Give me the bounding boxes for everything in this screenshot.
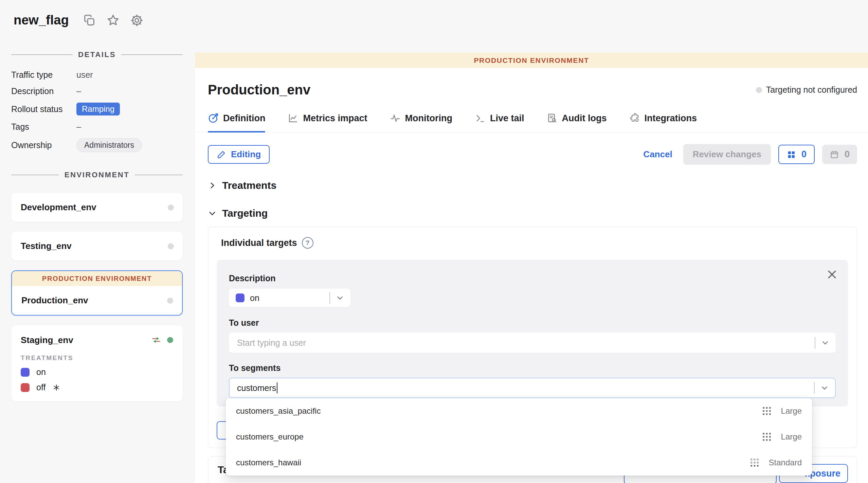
segment-option-asia-pacific[interactable]: customers_asia_pacific Large (226, 398, 812, 424)
ownership-label: Ownership (11, 140, 76, 150)
copy-icon[interactable] (83, 14, 96, 27)
env-name: Staging_env (21, 335, 73, 345)
flag-title: new_flag (14, 13, 69, 28)
chevron-down-icon (208, 209, 217, 218)
tab-label: Audit logs (562, 112, 607, 124)
env-card-production[interactable]: PRODUCTION ENVIRONMENT Production_env (11, 270, 183, 316)
to-user-input-row (229, 333, 836, 353)
segment-size: Large (781, 406, 802, 416)
treatment-on-swatch (236, 293, 245, 302)
treatment-select[interactable]: on (229, 289, 350, 307)
treatment-off-row: off (21, 382, 173, 392)
individual-target-rule: Description on To user (217, 260, 848, 407)
production-environment-banner-main: PRODUCTION ENVIRONMENT (195, 53, 868, 68)
treatments-section-toggle[interactable]: Treatments (195, 180, 868, 191)
tab-integrations[interactable]: Integrations (629, 112, 697, 132)
tab-live-tail[interactable]: Live tail (475, 112, 524, 132)
environment-heading-label: ENVIRONMENT (65, 171, 130, 179)
env-name: Testing_env (21, 241, 173, 251)
targeting-status: Targeting not configured (756, 85, 857, 95)
segment-size: Large (781, 432, 802, 442)
flag-header: new_flag (14, 13, 144, 28)
env-name: Production_env (21, 295, 173, 306)
chevron-down-icon (336, 293, 344, 302)
grid-9-dots-dotted-icon (749, 457, 760, 468)
tab-audit-logs[interactable]: Audit logs (547, 112, 607, 132)
controls-row: Editing Cancel Review changes 0 0 (195, 144, 868, 165)
env-card-testing[interactable]: Testing_env (11, 232, 183, 261)
treatment-on-row: on (21, 367, 173, 377)
tab-bar: Definition Metrics impact Monitoring Liv… (195, 112, 868, 132)
review-changes-button[interactable]: Review changes (683, 144, 771, 165)
segment-option-europe[interactable]: customers_europe Large (226, 424, 812, 450)
target-icon (208, 113, 219, 124)
production-environment-banner: PRODUCTION ENVIRONMENT (12, 271, 182, 286)
targeting-section-label: Targeting (222, 208, 268, 219)
segment-option-hawaii[interactable]: customers_hawaii Standard (226, 450, 812, 476)
tags-value: – (76, 122, 183, 132)
grid-9-dots-filled-icon (761, 406, 772, 416)
schedule-button[interactable]: 0 (822, 145, 857, 164)
tab-definition[interactable]: Definition (208, 112, 265, 132)
treatments-section-label: Treatments (222, 180, 276, 191)
swap-arrows-icon (151, 335, 162, 345)
input-divider (815, 337, 815, 348)
calendar-icon (830, 150, 839, 159)
segment-size: Standard (769, 458, 802, 467)
puzzle-icon (629, 113, 640, 124)
targeting-section-toggle[interactable]: Targeting (195, 208, 868, 219)
rollout-status-label: Rollout status (11, 104, 76, 114)
details-list: Traffic type user Description – Rollout … (11, 70, 183, 152)
environment-heading: ENVIRONMENT (11, 171, 183, 179)
treatment-on-label: on (36, 367, 46, 377)
grid-icon (786, 150, 796, 159)
chevron-down-icon[interactable] (821, 338, 830, 347)
tab-label: Live tail (490, 112, 524, 124)
terminal-icon (475, 113, 486, 124)
segment-name: customers_hawaii (236, 458, 301, 467)
env-status-dot-active (167, 337, 173, 343)
schedule-count: 0 (845, 149, 850, 160)
description-label: Description (11, 86, 76, 96)
chart-icon (288, 113, 299, 124)
env-card-staging[interactable]: Staging_env TREATMENTS on off (11, 325, 183, 401)
tab-monitoring[interactable]: Monitoring (390, 112, 452, 132)
to-segments-label: To segments (229, 363, 836, 373)
star-icon[interactable] (106, 14, 120, 27)
tab-label: Integrations (645, 112, 697, 124)
grid-9-dots-filled-icon (761, 431, 772, 442)
segments-dropdown: customers_asia_pacific Large customers_e… (226, 398, 812, 476)
description-field-label: Description (229, 273, 836, 283)
tab-metrics-impact[interactable]: Metrics impact (288, 112, 367, 132)
env-card-development[interactable]: Development_env (11, 193, 183, 222)
env-status-dot (167, 298, 173, 304)
sidebar: DETAILS Traffic type user Description – … (11, 50, 183, 401)
cancel-button[interactable]: Cancel (640, 149, 675, 160)
chevron-right-icon (208, 181, 217, 190)
traffic-type-value: user (76, 70, 183, 80)
tags-label: Tags (11, 122, 76, 132)
segment-name: customers_asia_pacific (236, 406, 321, 416)
to-user-input[interactable] (236, 338, 815, 348)
targeting-status-dot (756, 87, 762, 93)
chevron-down-icon[interactable] (820, 383, 829, 392)
close-icon[interactable] (826, 269, 838, 280)
environment-title: Production_env (208, 82, 310, 97)
traffic-type-label: Traffic type (11, 70, 76, 80)
treatments-heading: TREATMENTS (21, 354, 173, 362)
tab-label: Monitoring (405, 112, 452, 124)
gear-icon[interactable] (130, 14, 144, 27)
page: new_flag DETAILS Traffic type user Descr… (0, 0, 868, 483)
change-summary-button[interactable]: 0 (778, 145, 815, 164)
tab-label: Metrics impact (303, 112, 367, 124)
ownership-pill: Administrators (76, 138, 142, 152)
to-segments-input[interactable]: customers (229, 378, 836, 398)
input-divider (814, 382, 815, 394)
help-icon[interactable]: ? (302, 237, 313, 249)
details-heading-label: DETAILS (78, 50, 116, 59)
env-name: Development_env (21, 202, 173, 213)
editing-button[interactable]: Editing (208, 145, 270, 164)
tab-label: Definition (223, 112, 265, 124)
default-treatment-asterisk-icon (52, 383, 60, 392)
env-status-dot (168, 243, 174, 249)
